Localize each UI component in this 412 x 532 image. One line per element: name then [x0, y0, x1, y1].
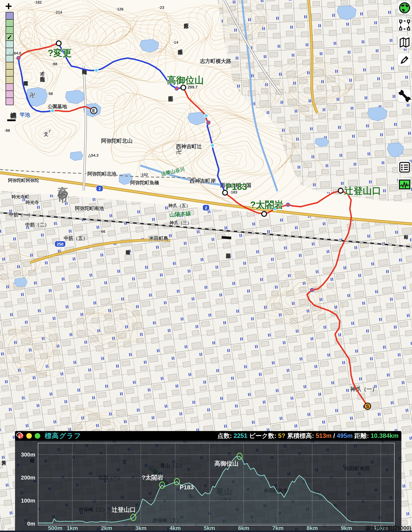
x-tick-label: 3km [135, 525, 146, 531]
y-tick-label: 100m [21, 498, 35, 504]
app-window: 22250鹿嶋神社市ノ池公園阿弥陀町長尾阿弥陀町地徳竿池公園墓地阿弥陀町北山阿弥… [0, 0, 412, 532]
x-tick-label: 500m [48, 525, 63, 531]
elevation-chart[interactable]: 500m1km2km3km4km5km6km7km8km9km10km0m100… [0, 0, 412, 532]
x-axis-origin-label: 0 [1, 524, 5, 531]
x-tick-label: 9km [341, 525, 352, 531]
chart-peak-label: 高御位山 [214, 460, 238, 467]
y-tick-label: 0m [27, 521, 35, 527]
chart-peak-label: ?太閤岩 [142, 474, 163, 481]
x-tick-label: 1km [67, 525, 78, 531]
x-tick-label: 2km [101, 525, 112, 531]
x-tick-label: 4km [170, 525, 181, 531]
x-tick-label: 8km [307, 525, 318, 531]
x-tick-label: 5km [204, 525, 215, 531]
y-tick-label: 200m [21, 475, 35, 481]
map-attribution: 国土地理院(25000) [365, 524, 411, 532]
chart-peak-label: 辻登山口 [112, 506, 136, 513]
x-tick-label: 7km [272, 525, 284, 531]
bottom-strip [0, 531, 412, 532]
chart-peak-label: P183 [180, 484, 194, 491]
y-tick-label: 300m [21, 451, 35, 458]
x-tick-label: 6km [238, 525, 249, 531]
